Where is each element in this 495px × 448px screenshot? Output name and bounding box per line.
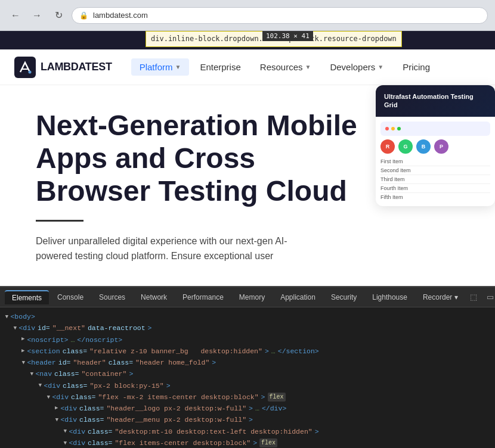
- hero-divider: [36, 220, 83, 222]
- triangle-icon: ▶: [21, 347, 24, 356]
- triangle-icon: ▶: [61, 441, 69, 444]
- hero-card: Ultrafast Automation Testing Grid R G B …: [376, 85, 495, 206]
- avatar-2: G: [398, 139, 413, 154]
- card-browser-bar: [380, 122, 490, 136]
- tab-lighthouse[interactable]: Lighthouse: [365, 291, 414, 304]
- list-item: Fifth Item: [380, 193, 490, 201]
- tab-console[interactable]: Console: [50, 291, 91, 304]
- svg-point-1: [29, 70, 32, 73]
- site-header: LAMBDATEST Platform ▼ Enterprise Resourc…: [0, 49, 495, 85]
- logo-link[interactable]: LAMBDATEST: [14, 57, 112, 78]
- dom-line-header[interactable]: ▶ <header id="header" class="header home…: [0, 357, 495, 368]
- nav-enterprise[interactable]: Enterprise: [191, 58, 249, 76]
- forward-button[interactable]: →: [29, 7, 45, 24]
- triangle-icon: ▶: [2, 315, 11, 318]
- triangle-icon: ▶: [61, 430, 69, 433]
- tab-memory[interactable]: Memory: [232, 291, 272, 304]
- nav-pricing[interactable]: Pricing: [394, 58, 438, 76]
- tab-application[interactable]: Application: [273, 291, 323, 304]
- triangle-icon: ▶: [27, 372, 36, 375]
- dom-line-body[interactable]: ▶ <body>: [0, 311, 495, 322]
- devtools-icons: ⬚ ▭: [466, 290, 495, 304]
- tab-security[interactable]: Security: [324, 291, 364, 304]
- dot-yellow: [391, 127, 395, 130]
- avatar-4: P: [434, 139, 448, 154]
- hero-description: Deliver unparalleled digital experience …: [36, 234, 322, 264]
- address-bar[interactable]: 🔒 lambdatest.com: [72, 7, 488, 24]
- dom-line-flex1[interactable]: ▶ <div class="flex -mx-2 items-center de…: [0, 391, 495, 403]
- dom-line-flex2[interactable]: ▶ <div class="flex items-center desktop:…: [0, 437, 495, 448]
- resources-chevron-icon: ▼: [305, 64, 311, 70]
- avatars-row: R G B P: [380, 139, 490, 154]
- triangle-icon: ▶: [21, 335, 24, 344]
- element-size-badge: 102.38 × 41: [262, 31, 313, 41]
- logo-text: LAMBDATEST: [41, 61, 112, 73]
- lambdatest-logo-icon: [14, 57, 36, 78]
- list-item: First Item: [380, 157, 490, 166]
- nav-platform[interactable]: Platform ▼: [131, 58, 190, 76]
- tab-recorder[interactable]: Recorder ▾: [416, 291, 465, 304]
- dot-red: [385, 127, 389, 130]
- platform-chevron-icon: ▼: [175, 64, 181, 70]
- nav-resources[interactable]: Resources ▼: [252, 58, 320, 76]
- devtools-panel: Elements Console Sources Network Perform…: [0, 286, 495, 448]
- list-item: Fourth Item: [380, 184, 490, 193]
- cursor-icon[interactable]: ⬚: [466, 290, 481, 304]
- list-item: Third Item: [380, 175, 490, 184]
- dom-line-nav[interactable]: ▶ <nav class="container" >: [0, 368, 495, 379]
- dom-tree[interactable]: ▶ <body> ▶ <div id="__next" data-reactro…: [0, 307, 495, 448]
- triangle-icon: ▶: [52, 418, 61, 421]
- dom-line-noscript[interactable]: ▶ <noscript> … </noscript>: [0, 334, 495, 346]
- triangle-icon: ▶: [36, 384, 44, 387]
- hero-section: Next-Generation Mobile Apps and Cross Br…: [0, 85, 495, 264]
- nav-developers[interactable]: Developers ▼: [321, 58, 392, 76]
- devtools-tabs: Elements Console Sources Network Perform…: [0, 287, 495, 307]
- website-content: Experience Testing: Need of the Hour for…: [0, 31, 495, 286]
- back-button[interactable]: ←: [7, 7, 24, 24]
- hero-card-body: R G B P First Item Second Item Third Ite…: [376, 117, 495, 206]
- avatar-1: R: [380, 139, 395, 154]
- dom-line-desktop-mt[interactable]: ▶ <div class="desktop:mt-10 desktop:text…: [0, 426, 495, 437]
- hero-card-header: Ultrafast Automation Testing Grid: [376, 85, 495, 117]
- svg-rect-0: [14, 57, 36, 78]
- hero-title: Next-Generation Mobile Apps and Cross Br…: [36, 109, 370, 208]
- browser-chrome: ← → ↻ 🔒 lambdatest.com: [0, 0, 495, 31]
- triangle-icon: ▶: [44, 396, 52, 399]
- dom-line-logo[interactable]: ▶ <div class="header__logo px-2 desktop:…: [0, 403, 495, 414]
- avatar-3: B: [416, 139, 431, 154]
- tab-sources[interactable]: Sources: [92, 291, 132, 304]
- lock-icon: 🔒: [79, 11, 88, 20]
- url-text: lambdatest.com: [93, 11, 148, 20]
- mobile-icon[interactable]: ▭: [483, 290, 495, 304]
- hero-card-title: Ultrafast Automation Testing Grid: [384, 92, 487, 110]
- triangle-icon: ▶: [11, 326, 19, 329]
- card-list: First Item Second Item Third Item Fourth…: [380, 157, 490, 201]
- dot-green: [397, 127, 401, 130]
- dom-line-menu[interactable]: ▶ <div class="header__menu px-2 desktop:…: [0, 414, 495, 425]
- triangle-icon: ▶: [19, 361, 27, 364]
- triangle-icon: ▶: [55, 405, 58, 413]
- tab-network[interactable]: Network: [134, 291, 174, 304]
- dom-line-next[interactable]: ▶ <div id="__next" data-reactroot >: [0, 322, 495, 334]
- tab-performance[interactable]: Performance: [175, 291, 231, 304]
- refresh-button[interactable]: ↻: [50, 7, 67, 24]
- main-nav: Platform ▼ Enterprise Resources ▼ Develo…: [131, 58, 481, 76]
- tab-elements[interactable]: Elements: [5, 290, 49, 304]
- list-item: Second Item: [380, 166, 490, 175]
- developers-chevron-icon: ▼: [378, 64, 383, 70]
- dom-line-div1[interactable]: ▶ <div class="px-2 block:py-15" >: [0, 380, 495, 391]
- dom-line-section[interactable]: ▶ <section class="relative z-10 banner_b…: [0, 346, 495, 357]
